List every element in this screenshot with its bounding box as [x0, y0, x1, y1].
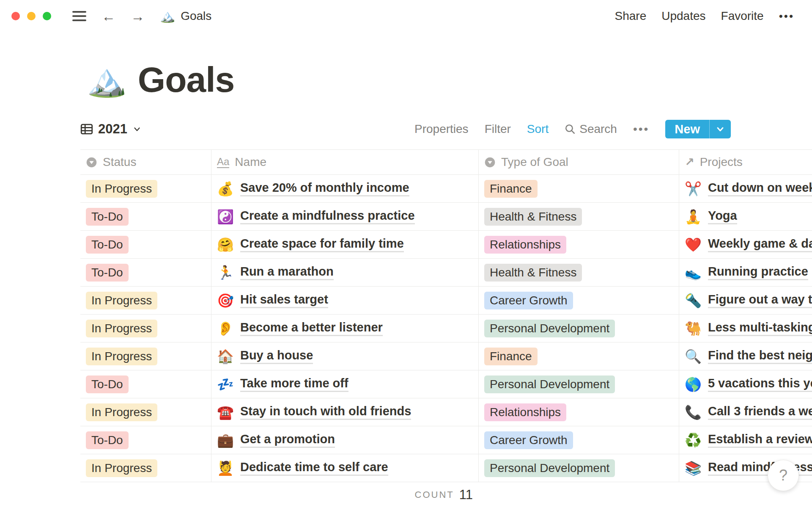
projects-cell[interactable]: 🔍 Find the best neighb — [679, 342, 812, 370]
status-badge: In Progress — [86, 403, 157, 421]
status-cell[interactable]: In Progress — [80, 287, 211, 314]
name-cell[interactable]: 🏃 Run a marathon — [211, 259, 479, 286]
projects-cell[interactable]: ❤️ Weekly game & date — [679, 231, 812, 258]
project-page-link[interactable]: Less multi-tasking — [708, 320, 812, 336]
column-label: Name — [235, 155, 266, 169]
goal-page-link[interactable]: Create a mindfulness practice — [240, 209, 415, 224]
column-header-type-of-goal[interactable]: Type of Goal — [479, 150, 679, 174]
type-of-goal-cell[interactable]: Personal Development — [479, 454, 679, 482]
count-value: 11 — [459, 487, 473, 502]
sidebar-toggle-icon[interactable] — [72, 11, 86, 21]
projects-cell[interactable]: 🔦 Figure out a way to g — [679, 287, 812, 314]
goal-page-link[interactable]: Create space for family time — [240, 237, 404, 252]
new-button[interactable]: New — [665, 120, 709, 138]
view-name: 2021 — [98, 121, 127, 137]
money-bag-icon: 💰 — [217, 182, 234, 196]
name-cell[interactable]: 🤗 Create space for family time — [211, 231, 479, 258]
project-page-link[interactable]: Figure out a way to g — [708, 293, 812, 308]
yoga-icon: 🧘 — [685, 210, 702, 224]
name-cell[interactable]: 🏠 Buy a house — [211, 342, 479, 370]
name-cell[interactable]: 👂 Become a better listener — [211, 315, 479, 342]
status-badge: In Progress — [86, 180, 157, 198]
type-of-goal-cell[interactable]: Personal Development — [479, 370, 679, 398]
filter-button[interactable]: Filter — [485, 122, 511, 136]
goal-page-link[interactable]: Stay in touch with old friends — [240, 404, 411, 420]
goal-page-link[interactable]: Take more time off — [240, 376, 348, 392]
name-cell[interactable]: ☯️ Create a mindfulness practice — [211, 203, 479, 230]
goal-page-link[interactable]: Hit sales target — [240, 293, 328, 308]
back-arrow-icon[interactable]: ← — [102, 9, 115, 23]
type-of-goal-cell[interactable]: Finance — [479, 342, 679, 370]
new-dropdown-button[interactable] — [710, 120, 731, 138]
type-of-goal-cell[interactable]: Finance — [479, 175, 679, 202]
help-button[interactable]: ? — [768, 460, 799, 491]
type-of-goal-cell[interactable]: Relationships — [479, 398, 679, 426]
type-of-goal-cell[interactable]: Relationships — [479, 231, 679, 258]
projects-cell[interactable]: ♻️ Establish a review c — [679, 426, 812, 454]
type-of-goal-cell[interactable]: Health & Fitness — [479, 259, 679, 286]
project-page-link[interactable]: Find the best neighb — [708, 348, 812, 364]
status-cell[interactable]: In Progress — [80, 454, 211, 482]
status-cell[interactable]: To-Do — [80, 231, 211, 258]
breadcrumb[interactable]: 🏔️ Goals — [160, 9, 211, 23]
status-cell[interactable]: In Progress — [80, 342, 211, 370]
project-page-link[interactable]: Call 3 friends a wee — [708, 404, 812, 420]
share-button[interactable]: Share — [615, 9, 647, 23]
updates-button[interactable]: Updates — [661, 9, 705, 23]
projects-cell[interactable]: 🐫 Less multi-tasking — [679, 315, 812, 342]
project-page-link[interactable]: Running practice — [708, 265, 808, 280]
column-header-projects[interactable]: ↗ Projects — [679, 150, 812, 174]
status-cell[interactable]: To-Do — [80, 426, 211, 454]
status-cell[interactable]: In Progress — [80, 175, 211, 202]
type-of-goal-cell[interactable]: Career Growth — [479, 287, 679, 314]
project-page-link[interactable]: 5 vacations this yea — [708, 376, 812, 392]
page-mountain-icon[interactable]: 🏔️ — [87, 64, 127, 96]
status-cell[interactable]: To-Do — [80, 203, 211, 230]
project-page-link[interactable]: Establish a review c — [708, 432, 812, 448]
page-title[interactable]: Goals — [138, 59, 234, 100]
column-header-name[interactable]: Aa Name — [211, 150, 479, 174]
name-cell[interactable]: ☎️ Stay in touch with old friends — [211, 398, 479, 426]
goal-page-link[interactable]: Dedicate time to self care — [240, 460, 388, 476]
more-menu-button[interactable]: ••• — [779, 10, 794, 23]
goal-page-link[interactable]: Save 20% of monthly income — [240, 181, 409, 196]
properties-button[interactable]: Properties — [414, 122, 469, 136]
column-header-status[interactable]: Status — [80, 150, 211, 174]
count-calculation[interactable]: COUNT 11 — [211, 482, 479, 508]
status-cell[interactable]: In Progress — [80, 398, 211, 426]
goal-page-link[interactable]: Run a marathon — [240, 265, 334, 280]
projects-cell[interactable]: 🧘 Yoga — [679, 203, 812, 230]
goal-page-link[interactable]: Become a better listener — [240, 320, 383, 336]
projects-cell[interactable]: 📞 Call 3 friends a wee — [679, 398, 812, 426]
project-page-link[interactable]: Weekly game & date — [708, 237, 812, 252]
projects-cell[interactable]: 🌎 5 vacations this yea — [679, 370, 812, 398]
name-cell[interactable]: 💼 Get a promotion — [211, 426, 479, 454]
projects-cell[interactable]: 👟 Running practice — [679, 259, 812, 286]
goal-page-link[interactable]: Get a promotion — [240, 432, 335, 448]
type-of-goal-cell[interactable]: Personal Development — [479, 315, 679, 342]
project-page-link[interactable]: Cut down on weekda — [708, 181, 812, 196]
type-badge: Career Growth — [484, 431, 573, 449]
close-window-button[interactable] — [11, 12, 20, 20]
sort-button[interactable]: Sort — [527, 122, 549, 136]
zoom-window-button[interactable] — [43, 12, 51, 20]
status-badge: In Progress — [86, 348, 157, 365]
name-cell[interactable]: 💆 Dedicate time to self care — [211, 454, 479, 482]
view-more-button[interactable]: ••• — [633, 122, 649, 136]
search-button[interactable]: Search — [565, 122, 617, 136]
status-cell[interactable]: In Progress — [80, 315, 211, 342]
type-of-goal-cell[interactable]: Health & Fitness — [479, 203, 679, 230]
minimize-window-button[interactable] — [27, 12, 36, 20]
projects-cell[interactable]: ✂️ Cut down on weekda — [679, 175, 812, 202]
status-cell[interactable]: To-Do — [80, 259, 211, 286]
name-cell[interactable]: 🎯 Hit sales target — [211, 287, 479, 314]
forward-arrow-icon[interactable]: → — [131, 9, 145, 23]
name-cell[interactable]: 💤 Take more time off — [211, 370, 479, 398]
type-of-goal-cell[interactable]: Career Growth — [479, 426, 679, 454]
goal-page-link[interactable]: Buy a house — [240, 348, 313, 364]
view-switcher[interactable]: 2021 — [80, 121, 142, 137]
favorite-button[interactable]: Favorite — [721, 9, 764, 23]
status-cell[interactable]: To-Do — [80, 370, 211, 398]
name-cell[interactable]: 💰 Save 20% of monthly income — [211, 175, 479, 202]
project-page-link[interactable]: Yoga — [708, 209, 737, 224]
